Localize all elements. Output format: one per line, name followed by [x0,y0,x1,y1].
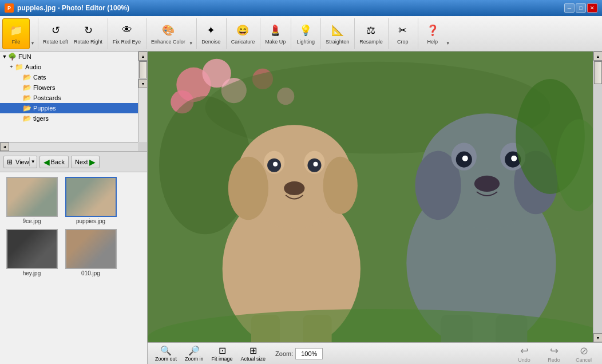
minimize-button[interactable]: ─ [564,3,575,13]
denoise-icon: ✦ [203,22,219,38]
toolbar-group-straighten: 📐 Straighten [323,18,355,49]
resample-label: Resample [359,39,383,45]
file-button[interactable]: 📁 File [2,18,30,49]
help-icon: ❓ [425,22,441,38]
cancel-label: Cancel [576,357,592,363]
help-arrow[interactable]: ▼ [445,18,451,49]
cancel-icon: ⊘ [580,345,588,357]
tree-root[interactable]: ▼ 🌳 FUN [0,52,138,62]
scroll-thumb-v[interactable] [139,61,147,78]
make-up-button[interactable]: 💄 Make Up [262,18,288,49]
rotate-left-icon: ↺ [47,22,64,38]
make-up-icon: 💄 [267,22,283,38]
thumbnail-item[interactable]: 010.jpg [64,229,118,276]
thumbnail-item[interactable]: hey.jpg [5,229,59,276]
fit-image-label: Fit image [212,356,233,362]
actual-size-button[interactable]: ⊞ Actual size [238,344,269,363]
enhance-group: 🎨 Enhance Color ▼ [148,18,194,49]
toolbar-group-file: 📁 File ▼ [2,18,38,49]
thumb-visual [66,178,116,216]
actual-size-icon: ⊞ [249,345,257,356]
enhance-arrow[interactable]: ▼ [188,18,194,49]
rotate-left-label: Rotate Left [43,39,68,45]
file-arrow[interactable]: ▼ [30,18,35,49]
folder-icon-audio: 📁 [15,63,23,71]
image-scroll-track-v[interactable] [593,61,602,333]
thumbnail-item[interactable]: 9ce.jpg [5,177,59,224]
window-controls: ─ □ ✕ [564,3,597,13]
lighting-label: Lighting [296,39,315,45]
rotate-right-button[interactable]: ↻ Rotate Right [71,18,105,49]
toolbar-group-caricature: 😄 Caricature [228,18,261,49]
svg-point-17 [273,162,278,167]
tree-item-puppies[interactable]: 📂 Puppies [0,103,138,113]
folder-icon-puppies: 📂 [23,104,31,112]
left-panel: ▼ 🌳 FUN + 📁 Audio 📂 Cats [0,52,148,364]
tree-item-flowers[interactable]: 📂 Flowers [0,82,138,93]
denoise-button[interactable]: ✦ Denoise [199,18,224,49]
help-button[interactable]: ❓ Help [420,18,445,49]
thumbnail-image [65,229,117,269]
toolbar-group-makeup: 💄 Make Up [262,18,291,49]
tree-item-audio[interactable]: + 📁 Audio [0,62,138,72]
scroll-right-button[interactable]: ► [0,151,9,152]
cancel-button[interactable]: ⊘ Cancel [570,343,597,364]
svg-point-30 [462,156,468,161]
zoom-out-button[interactable]: 🔍 Zoom out [152,344,180,363]
enhance-color-icon: 🎨 [160,22,176,38]
enhance-color-button[interactable]: 🎨 Enhance Color [148,18,188,49]
tree-item-tigers[interactable]: 📂 tigers [0,113,138,124]
view-label: View [15,159,29,165]
view-button[interactable]: ⊞ View ▼ [3,156,37,168]
scroll-down-button[interactable]: ▼ [138,79,147,88]
rotate-left-button[interactable]: ↺ Rotate Left [40,18,71,49]
image-scroll-down[interactable]: ▼ [593,333,602,342]
tree-toggle-root[interactable]: ▼ [1,54,8,60]
image-scroll-thumb-v[interactable] [594,61,602,84]
fix-red-eye-button[interactable]: 👁 Fix Red Eye [110,18,144,49]
resample-button[interactable]: ⚖ Resample [357,18,386,49]
tree-toggle-audio[interactable]: + [8,64,15,70]
thumbnail-image-selected [65,177,117,217]
image-scrollbar-vertical[interactable]: ▲ ▼ [593,52,602,342]
scroll-up-button[interactable]: ▲ [138,52,147,61]
resample-icon: ⚖ [363,22,379,38]
tree-item-postcards[interactable]: 📂 Postcards [0,93,138,103]
image-scroll-up[interactable]: ▲ [593,52,602,61]
thumbnail-label: hey.jpg [23,270,41,276]
svg-point-12 [323,157,358,215]
tree-scrollbar-horizontal[interactable]: ◄ ► [0,142,138,151]
straighten-button[interactable]: 📐 Straighten [323,18,352,49]
maximize-button[interactable]: □ [576,3,586,13]
help-label: Help [427,39,438,45]
main-area: ▼ 🌳 FUN + 📁 Audio 📂 Cats [0,52,602,364]
zoom-input[interactable] [295,348,323,359]
close-button[interactable]: ✕ [587,3,597,13]
help-group: ❓ Help ▼ [420,18,451,49]
toolbar-group-rotate: ↺ Rotate Left ↻ Rotate Right [40,18,108,49]
undo-button[interactable]: ↩ Undo [510,343,538,364]
caricature-button[interactable]: 😄 Caricature [228,18,258,49]
tree-scrollbar-vertical[interactable]: ▲ ▼ [138,52,147,142]
crop-button[interactable]: ✂ Crop [390,18,415,49]
scroll-track-v[interactable] [138,61,147,78]
redo-button[interactable]: ↪ Redo [540,343,568,364]
folder-icon-postcards: 📂 [23,94,31,102]
tree-item-cats[interactable]: 📂 Cats [0,72,138,82]
view-arrow[interactable]: ▼ [29,157,37,166]
next-button[interactable]: Next ▶ [71,156,100,168]
file-btn-group: 📁 File ▼ [2,18,35,49]
view-icon: ⊞ [4,156,15,168]
fit-image-icon: ⊡ [219,345,226,356]
toolbar-group-enhance: 🎨 Enhance Color ▼ [148,18,197,49]
lighting-button[interactable]: 💡 Lighting [293,18,318,49]
svg-point-11 [228,157,268,220]
zoom-in-button[interactable]: 🔎 Zoom in [182,344,207,363]
thumbnail-item[interactable]: puppies.jpg [64,177,118,224]
fit-image-button[interactable]: ⊡ Fit image [209,344,236,363]
back-button[interactable]: ◀ Back [39,156,69,168]
scroll-left-button[interactable]: ◄ [0,143,9,151]
svg-point-19 [284,181,304,195]
undo-icon: ↩ [520,345,529,357]
thumb-visual [66,230,116,268]
